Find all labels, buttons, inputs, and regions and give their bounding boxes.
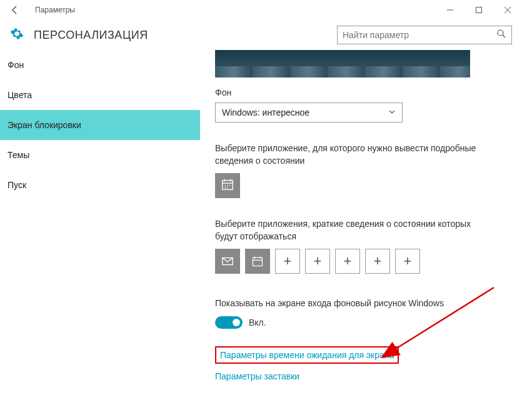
sidebar-item-label: Экран блокировки — [8, 120, 81, 130]
plus-icon: + — [374, 253, 382, 269]
sidebar-item-label: Пуск — [8, 180, 26, 190]
quick-tile-mail[interactable] — [215, 249, 240, 274]
quick-status-label: Выберите приложения, краткие сведения о … — [215, 218, 478, 242]
page-title: ПЕРСОНАЛИЗАЦИЯ — [34, 29, 148, 42]
back-arrow-icon — [10, 5, 20, 15]
main: Фон Цвета Экран блокировки Темы Пуск Фон… — [0, 50, 522, 420]
header: ПЕРСОНАЛИЗАЦИЯ — [0, 20, 522, 50]
plus-icon: + — [314, 253, 322, 269]
svg-rect-1 — [476, 8, 482, 13]
quick-tile-add-2[interactable]: + — [305, 249, 330, 274]
dropdown-value: Windows: интересное — [222, 108, 388, 118]
sidebar-item-start[interactable]: Пуск — [0, 170, 200, 200]
close-button[interactable] — [493, 0, 522, 20]
quick-tile-calendar[interactable] — [245, 249, 270, 274]
svg-point-2 — [498, 30, 503, 36]
search-box[interactable] — [337, 26, 512, 44]
svg-rect-14 — [253, 258, 263, 266]
svg-point-11 — [224, 188, 226, 189]
detailed-status-label: Выберите приложение, для которого нужно … — [215, 142, 478, 167]
toggle-knob — [233, 319, 240, 326]
sidebar: Фон Цвета Экран блокировки Темы Пуск — [0, 50, 200, 420]
plus-icon: + — [404, 253, 412, 269]
quick-status-tiles: + + + + + — [215, 249, 509, 274]
quick-tile-add-1[interactable]: + — [275, 249, 300, 274]
content: Фон Windows: интересное Выберите приложе… — [200, 50, 522, 420]
signin-bg-label: Показывать на экране входа фоновый рисун… — [215, 298, 478, 310]
sidebar-item-label: Темы — [8, 150, 29, 160]
window-title: Параметры — [35, 6, 75, 14]
sidebar-item-lockscreen[interactable]: Экран блокировки — [0, 110, 200, 140]
plus-icon: + — [344, 253, 352, 269]
calendar-icon — [251, 255, 264, 268]
screensaver-link[interactable]: Параметры заставки — [215, 371, 509, 381]
close-icon — [504, 6, 511, 14]
svg-point-10 — [229, 185, 231, 186]
back-button[interactable] — [5, 0, 25, 20]
maximize-icon — [475, 6, 483, 14]
background-dropdown[interactable]: Windows: интересное — [215, 102, 403, 122]
svg-point-8 — [224, 185, 226, 186]
gear-icon — [10, 27, 24, 43]
window-controls — [436, 0, 522, 20]
lockscreen-preview — [215, 50, 470, 78]
chevron-down-icon — [388, 107, 396, 118]
quick-tile-add-4[interactable]: + — [365, 249, 390, 274]
sidebar-item-background[interactable]: Фон — [0, 50, 200, 80]
sidebar-item-themes[interactable]: Темы — [0, 140, 200, 170]
svg-point-12 — [227, 188, 228, 189]
minimize-icon — [446, 6, 454, 14]
svg-point-9 — [227, 185, 228, 186]
background-label: Фон — [215, 88, 509, 98]
search-icon — [496, 29, 506, 41]
detailed-status-app-tile[interactable] — [215, 173, 240, 198]
sidebar-item-colors[interactable]: Цвета — [0, 80, 200, 110]
titlebar: Параметры — [0, 0, 522, 20]
quick-tile-add-3[interactable]: + — [335, 249, 360, 274]
plus-icon: + — [284, 253, 292, 269]
signin-bg-toggle[interactable] — [215, 316, 243, 329]
svg-line-3 — [503, 35, 505, 38]
search-input[interactable] — [343, 30, 496, 40]
calendar-icon — [221, 178, 234, 194]
quick-tile-add-5[interactable]: + — [395, 249, 420, 274]
signin-bg-toggle-row: Вкл. — [215, 316, 509, 329]
screen-timeout-link[interactable]: Параметры времени ожидания для экрана — [220, 350, 394, 360]
sidebar-item-label: Цвета — [8, 90, 32, 100]
maximize-button[interactable] — [464, 0, 493, 20]
mail-icon — [221, 254, 234, 268]
sidebar-item-label: Фон — [8, 60, 24, 70]
minimize-button[interactable] — [436, 0, 464, 20]
highlighted-link-box: Параметры времени ожидания для экрана — [215, 346, 399, 364]
toggle-state-label: Вкл. — [249, 318, 266, 328]
